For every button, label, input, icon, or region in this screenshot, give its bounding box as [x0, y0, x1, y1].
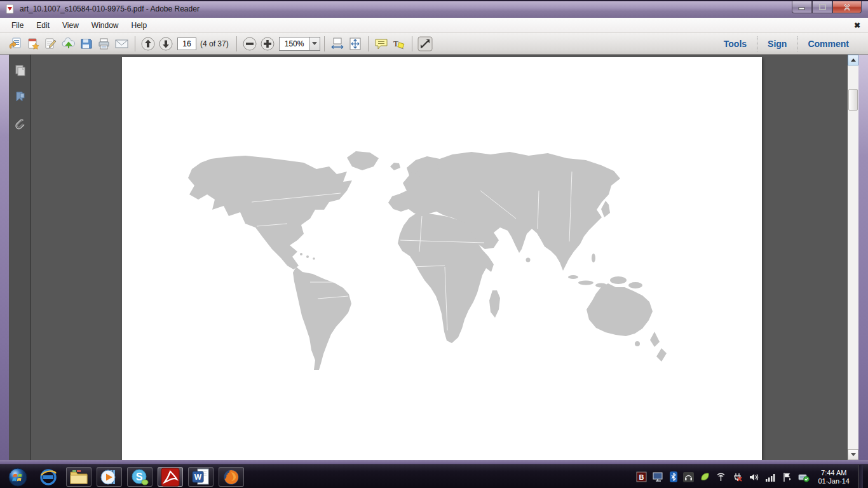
- skype-icon[interactable]: S: [127, 467, 153, 487]
- headset-icon[interactable]: [683, 472, 694, 482]
- action-flag-icon[interactable]: [782, 472, 792, 482]
- menu-file[interactable]: File: [5, 18, 30, 32]
- svg-text:W: W: [194, 473, 202, 482]
- sign-doc-button[interactable]: [42, 36, 60, 52]
- desktop: art_10.1007_s10584-010-9975-6.pdf - Adob…: [0, 0, 868, 488]
- page-down-button[interactable]: [157, 36, 175, 52]
- tools-tab[interactable]: Tools: [714, 39, 757, 49]
- wireless-icon[interactable]: [715, 472, 726, 482]
- clock-time: 7:44 AM: [818, 469, 850, 477]
- power-plug-icon[interactable]: [732, 472, 743, 482]
- navigation-pane: [9, 55, 31, 460]
- close-button[interactable]: [832, 1, 862, 13]
- show-desktop-button[interactable]: [858, 465, 863, 488]
- menubar: File Edit View Window Help ✖: [0, 18, 868, 33]
- menu-view[interactable]: View: [56, 18, 85, 32]
- network-bars-icon[interactable]: [765, 472, 776, 482]
- comment-tab[interactable]: Comment: [797, 39, 859, 49]
- comment-bubble-button[interactable]: [372, 36, 390, 52]
- svg-text:B: B: [639, 473, 644, 481]
- scroll-up-icon[interactable]: [848, 55, 858, 65]
- menu-help[interactable]: Help: [125, 18, 154, 32]
- adobe-reader-icon[interactable]: [158, 467, 183, 487]
- zoom-combo[interactable]: 150%: [279, 37, 321, 51]
- scroll-down-icon[interactable]: [848, 449, 858, 460]
- fit-width-button[interactable]: [329, 36, 346, 52]
- page-thumbnails-icon[interactable]: [9, 60, 31, 81]
- minimize-button[interactable]: [792, 1, 812, 13]
- volume-icon[interactable]: [749, 472, 759, 482]
- window-border-bottom: [0, 460, 868, 464]
- world-map-figure: [122, 57, 762, 460]
- email-button[interactable]: [113, 36, 131, 52]
- word-icon[interactable]: W: [188, 467, 214, 487]
- attachments-icon[interactable]: [9, 113, 31, 135]
- maximize-button[interactable]: [812, 1, 832, 13]
- leaf-status-icon[interactable]: [700, 472, 710, 482]
- toolbar: (4 of 37) 150% T Tools: [0, 33, 868, 55]
- menu-edit[interactable]: Edit: [30, 18, 56, 32]
- bitdefender-icon[interactable]: B: [636, 471, 647, 482]
- scrollbar-thumb[interactable]: [848, 89, 858, 111]
- firefox-icon[interactable]: [219, 467, 244, 487]
- media-player-icon[interactable]: [97, 467, 122, 487]
- vertical-scrollbar[interactable]: [848, 55, 858, 460]
- window-title: art_10.1007_s10584-010-9975-6.pdf - Adob…: [20, 4, 200, 13]
- fullscreen-button[interactable]: [416, 36, 434, 52]
- page-up-button[interactable]: [139, 36, 157, 52]
- highlight-text-button[interactable]: T: [390, 36, 408, 52]
- world-map-land: [188, 151, 667, 370]
- start-button[interactable]: [5, 467, 31, 487]
- cloud-upload-button[interactable]: [60, 36, 78, 52]
- document-close-icon[interactable]: ✖: [854, 21, 860, 30]
- safely-remove-icon[interactable]: [798, 472, 810, 482]
- bookmarks-icon[interactable]: [9, 86, 31, 108]
- clock-date: 01-Jan-14: [818, 477, 850, 485]
- zoom-level-value: 150%: [280, 39, 309, 48]
- internet-explorer-icon[interactable]: [36, 467, 61, 487]
- menu-window[interactable]: Window: [85, 18, 125, 32]
- save-button[interactable]: [78, 36, 95, 52]
- fit-page-button[interactable]: [346, 36, 364, 52]
- taskbar: S W B 7:44 AM 01: [0, 464, 868, 488]
- open-recent-button[interactable]: [6, 36, 24, 52]
- pdf-page: [122, 57, 762, 460]
- page-count-label: (4 of 37): [200, 39, 229, 48]
- window-border-right: [858, 55, 868, 464]
- window-border-left: [0, 55, 9, 464]
- print-button[interactable]: [95, 36, 113, 52]
- tray-clock[interactable]: 7:44 AM 01-Jan-14: [818, 469, 850, 485]
- display-icon[interactable]: [653, 472, 664, 482]
- zoom-dropdown-icon: [309, 37, 320, 50]
- windows-explorer-icon[interactable]: [66, 467, 92, 487]
- create-pdf-button[interactable]: [24, 36, 42, 52]
- svg-text:S: S: [136, 471, 143, 482]
- zoom-out-button[interactable]: [241, 36, 259, 52]
- pdf-file-icon: [5, 4, 15, 14]
- zoom-in-button[interactable]: [259, 36, 276, 52]
- page-number-input[interactable]: [177, 37, 196, 50]
- sign-tab[interactable]: Sign: [757, 39, 797, 49]
- bluetooth-icon[interactable]: [670, 471, 677, 482]
- titlebar: art_10.1007_s10584-010-9975-6.pdf - Adob…: [0, 0, 868, 18]
